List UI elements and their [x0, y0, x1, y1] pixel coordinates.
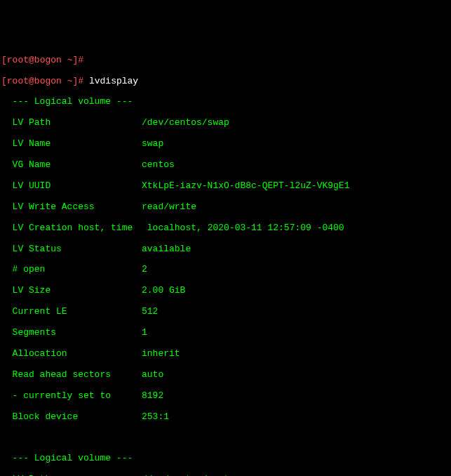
lv-field: VG Namecentos: [1, 160, 450, 171]
lv-field: Current LE512: [1, 307, 450, 317]
prompt-line-cmd[interactable]: [root@bogon ~]# lvdisplay: [1, 77, 450, 87]
lv-field: LV Write Accessread/write: [1, 202, 450, 213]
lv-separator: --- Logical volume ---: [1, 454, 450, 464]
lv-field: LV Size2.00 GiB: [1, 286, 450, 296]
blank-line: [1, 432, 450, 443]
lv-field: Segments1: [1, 328, 450, 338]
lv-field: Block device253:1: [1, 412, 450, 423]
lv-field: LV UUIDXtkLpE-iazv-N1xO-dB8c-QEPT-l2uZ-V…: [1, 181, 450, 192]
lv-field: Allocationinherit: [1, 349, 450, 359]
prompt-line-empty[interactable]: [root@bogon ~]#: [1, 55, 450, 66]
lv-field: LV Nameswap: [1, 139, 450, 150]
command-text: lvdisplay: [89, 76, 138, 86]
lv-field: # open2: [1, 265, 450, 275]
lv-field: Read ahead sectorsauto: [1, 370, 450, 381]
lv-field: LV Path/dev/centos/swap: [1, 118, 450, 128]
lv-field: - currently set to8192: [1, 391, 450, 402]
lv-separator: --- Logical volume ---: [1, 97, 450, 107]
terminal-output: [root@bogon ~]# [root@bogon ~]# lvdispla…: [1, 45, 450, 476]
lv-field: LV Statusavailable: [1, 244, 450, 255]
lv-field: LV Creation host, time localhost, 2020-0…: [1, 223, 450, 234]
